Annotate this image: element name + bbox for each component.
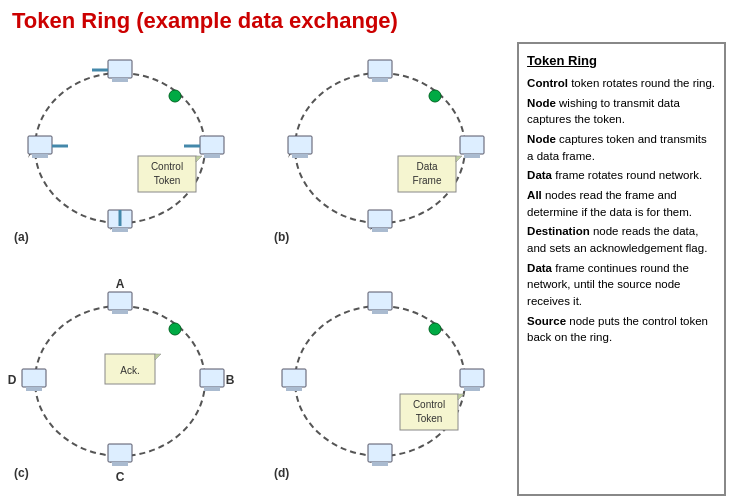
label-a: (a) (14, 230, 29, 244)
svg-rect-35 (200, 369, 224, 387)
svg-point-13 (169, 90, 181, 102)
quadrant-c: Ack. A B C D (c) (0, 266, 255, 491)
svg-rect-10 (28, 136, 52, 154)
ring-svg-b: Data Frame (260, 38, 510, 248)
svg-rect-20 (372, 78, 388, 82)
svg-rect-37 (108, 444, 132, 462)
svg-point-41 (169, 323, 181, 335)
info-line-2: Node wishing to transmit data captures t… (527, 95, 716, 128)
svg-rect-22 (464, 154, 480, 158)
info-line-8: Source node puts the control token back … (527, 313, 716, 346)
svg-rect-56 (282, 369, 306, 387)
svg-marker-43 (155, 354, 161, 360)
svg-rect-55 (372, 462, 388, 466)
info-panel: Token Ring Control token rotates round t… (517, 42, 726, 496)
svg-rect-2 (112, 78, 128, 82)
svg-rect-8 (112, 228, 128, 232)
ring-svg-d: Control Token (260, 266, 510, 486)
svg-point-27 (429, 90, 441, 102)
diagram-area: Control Token (a) (0, 38, 517, 500)
svg-rect-1 (108, 60, 132, 78)
ring-svg-a: Control Token (0, 38, 250, 248)
info-line-5: All nodes read the frame and determine i… (527, 187, 716, 220)
info-line-3: Node captures token and transmits a data… (527, 131, 716, 164)
svg-text:Ack.: Ack. (120, 365, 139, 376)
svg-text:C: C (116, 470, 125, 484)
svg-rect-40 (26, 387, 42, 391)
label-b: (b) (274, 230, 289, 244)
svg-rect-38 (112, 462, 128, 466)
svg-text:D: D (8, 373, 17, 387)
info-line-1: Control token rotates round the ring. (527, 75, 716, 92)
svg-rect-24 (372, 228, 388, 232)
svg-text:A: A (116, 277, 125, 291)
svg-rect-39 (22, 369, 46, 387)
svg-text:Frame: Frame (413, 175, 442, 186)
svg-text:B: B (226, 373, 235, 387)
svg-rect-36 (204, 387, 220, 391)
svg-rect-23 (368, 210, 392, 228)
svg-rect-50 (368, 292, 392, 310)
svg-rect-53 (464, 387, 480, 391)
ring-svg-c: Ack. A B C D (0, 266, 255, 486)
svg-rect-57 (286, 387, 302, 391)
svg-rect-4 (200, 136, 224, 154)
svg-rect-5 (204, 154, 220, 158)
svg-rect-51 (372, 310, 388, 314)
svg-marker-29 (456, 156, 462, 162)
svg-text:Control: Control (151, 161, 183, 172)
label-c: (c) (14, 466, 29, 480)
svg-rect-26 (292, 154, 308, 158)
svg-text:Token: Token (154, 175, 181, 186)
svg-rect-21 (460, 136, 484, 154)
label-d: (d) (274, 466, 289, 480)
svg-point-58 (429, 323, 441, 335)
svg-rect-34 (112, 310, 128, 314)
content-area: Control Token (a) (0, 38, 730, 500)
svg-marker-15 (196, 156, 202, 162)
svg-rect-52 (460, 369, 484, 387)
svg-rect-19 (368, 60, 392, 78)
panel-title: Token Ring (527, 52, 716, 71)
svg-text:Data: Data (416, 161, 438, 172)
svg-rect-11 (32, 154, 48, 158)
page-title: Token Ring (example data exchange) (0, 0, 730, 38)
svg-marker-60 (458, 394, 464, 400)
svg-rect-54 (368, 444, 392, 462)
svg-text:Token: Token (416, 413, 443, 424)
info-line-7: Data frame continues round the network, … (527, 260, 716, 310)
quadrant-d: Control Token (d) (260, 266, 515, 491)
quadrant-b: Data Frame (b) (260, 38, 515, 263)
info-line-4: Data frame rotates round network. (527, 167, 716, 184)
info-line-6: Destination node reads the data, and set… (527, 223, 716, 256)
quadrant-a: Control Token (a) (0, 38, 255, 263)
svg-rect-25 (288, 136, 312, 154)
svg-text:Control: Control (413, 399, 445, 410)
svg-rect-33 (108, 292, 132, 310)
